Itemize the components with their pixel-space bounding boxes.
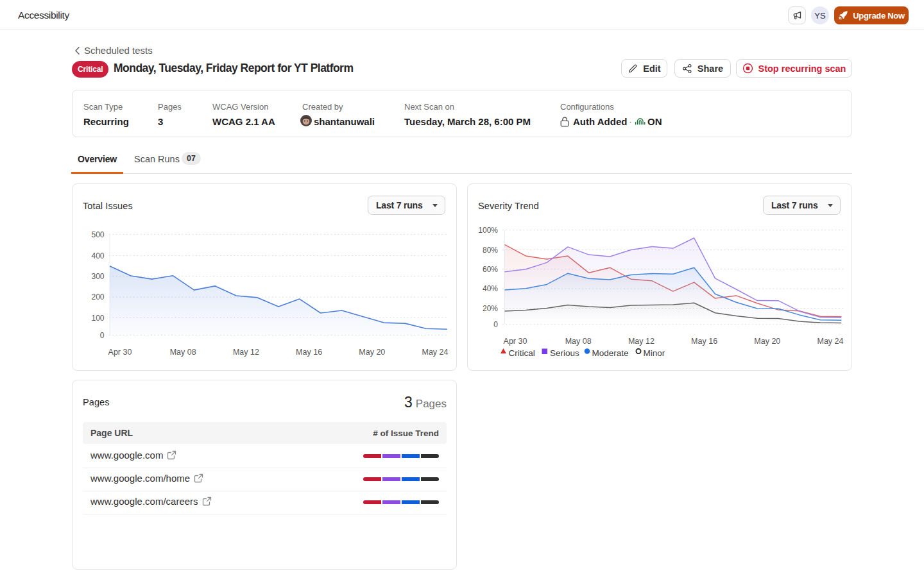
svg-text:Serious: Serious <box>550 348 579 358</box>
svg-text:400: 400 <box>91 251 104 260</box>
svg-text:Moderate: Moderate <box>592 348 629 358</box>
svg-text:500: 500 <box>91 230 104 239</box>
svg-text:May 20: May 20 <box>754 337 780 346</box>
svg-text:May 20: May 20 <box>359 348 385 357</box>
svg-text:0: 0 <box>100 331 105 340</box>
svg-text:May 08: May 08 <box>170 348 196 357</box>
svg-text:80%: 80% <box>483 246 498 255</box>
svg-text:Apr 30: Apr 30 <box>108 348 132 357</box>
svg-text:200: 200 <box>91 292 104 301</box>
svg-text:40%: 40% <box>483 284 498 293</box>
svg-text:Critical: Critical <box>509 348 535 358</box>
svg-text:May 24: May 24 <box>817 337 844 346</box>
svg-text:0: 0 <box>493 320 498 329</box>
svg-text:20%: 20% <box>483 304 498 313</box>
svg-text:May 12: May 12 <box>628 337 654 346</box>
svg-text:300: 300 <box>91 272 104 281</box>
svg-text:100: 100 <box>91 314 104 323</box>
svg-text:Apr 30: Apr 30 <box>504 337 527 346</box>
svg-text:May 16: May 16 <box>296 348 322 357</box>
svg-text:60%: 60% <box>483 265 498 274</box>
svg-text:100%: 100% <box>478 226 498 235</box>
svg-text:May 12: May 12 <box>233 348 259 357</box>
svg-text:May 08: May 08 <box>565 337 592 346</box>
svg-text:May 16: May 16 <box>691 337 717 346</box>
svg-text:Minor: Minor <box>644 348 665 358</box>
svg-text:May 24: May 24 <box>422 348 449 357</box>
